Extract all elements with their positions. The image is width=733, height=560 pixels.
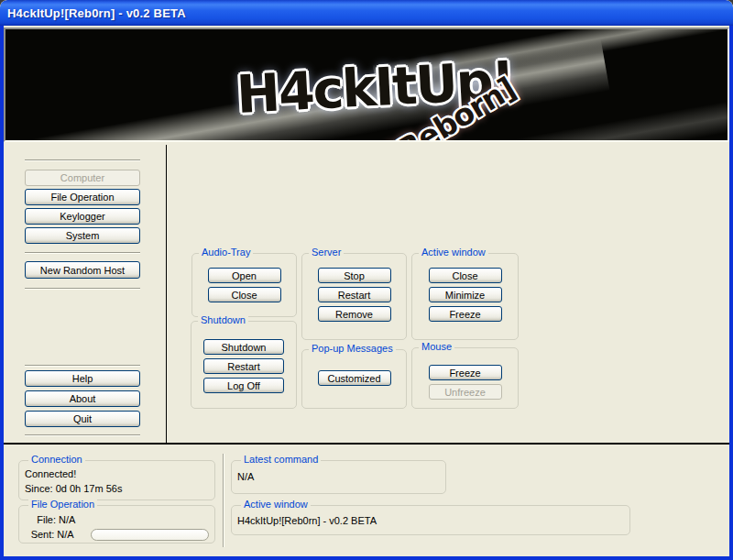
button-label: Unfreeze (444, 387, 486, 398)
button-label: Open (232, 270, 257, 281)
sidebar-button-label: New Random Host (40, 265, 125, 276)
sidebar-button-file-operation[interactable]: File Operation (25, 189, 140, 205)
button-label: Freeze (449, 368, 480, 379)
group-active-window: Active window Close Minimize Freeze (411, 253, 519, 340)
status-box-title: Active window (241, 499, 311, 510)
button-label: Shutdown (222, 342, 267, 353)
quit-button[interactable]: Quit (25, 411, 140, 427)
status-box-title: Connection (28, 454, 85, 465)
group-title: Audio-Tray (199, 247, 253, 258)
shutdown-logoff-button[interactable]: Log Off (203, 378, 284, 393)
popup-customized-button[interactable]: Customized (318, 370, 391, 386)
group-mouse: Mouse Freeze Unfreeze (411, 347, 519, 409)
latest-command-box: Latest command N/A (231, 460, 446, 494)
file-operation-status-box: File Operation File: N/A Sent: N/A (18, 505, 215, 544)
about-button[interactable]: About (25, 390, 140, 407)
sidebar-button-label: Keylogger (60, 211, 105, 222)
connection-since-text: Since: 0d 0h 17m 56s (25, 481, 209, 496)
sidebar-button-label: Quit (73, 413, 92, 424)
sidebar-button-label: Help (72, 373, 93, 384)
button-label: Stop (344, 270, 365, 281)
sidebar-divider (25, 434, 140, 436)
group-title: Server (309, 247, 344, 258)
active-window-freeze-button[interactable]: Freeze (429, 306, 502, 322)
button-label: Log Off (227, 380, 260, 391)
sidebar-divider (25, 288, 140, 290)
sent-value: N/A (57, 527, 73, 542)
group-audio-tray: Audio-Tray Open Close (191, 253, 297, 317)
button-label: Close (231, 290, 257, 301)
shutdown-restart-button[interactable]: Restart (203, 358, 284, 374)
window-frame: H4ckItUp! [Reborn] Computer File Operati… (0, 26, 733, 560)
status-vertical-divider (223, 454, 224, 547)
status-bar: Connection Connected! Since: 0d 0h 17m 5… (4, 445, 729, 556)
sidebar-button-system[interactable]: System (25, 227, 140, 244)
server-remove-button[interactable]: Remove (318, 306, 391, 322)
active-window-value: H4ckItUp![Reb0rn] - v0.2 BETA (237, 513, 624, 528)
button-label: Restart (227, 361, 259, 372)
sidebar-divider (25, 159, 140, 161)
active-window-close-button[interactable]: Close (429, 268, 502, 283)
sidebar-button-label: About (70, 393, 96, 404)
help-button[interactable]: Help (25, 370, 140, 387)
group-title: Active window (419, 247, 488, 258)
button-label: Close (452, 270, 477, 281)
shutdown-shutdown-button[interactable]: Shutdown (203, 339, 284, 355)
file-label: File: (25, 512, 56, 527)
app-window: H4ckItUp![Reb0rn] - v0.2 BETA H4ckItUp! … (0, 0, 733, 560)
file-value: N/A (59, 512, 75, 527)
title-bar[interactable]: H4ckItUp![Reb0rn] - v0.2 BETA (0, 0, 733, 26)
latest-command-value: N/A (237, 469, 440, 484)
button-label: Minimize (445, 290, 485, 301)
button-label: Restart (338, 290, 370, 301)
window-title: H4ckItUp![Reb0rn] - v0.2 BETA (7, 6, 186, 20)
sidebar-button-label: Computer (60, 172, 104, 183)
connection-status-box: Connection Connected! Since: 0d 0h 17m 5… (18, 460, 215, 500)
group-shutdown: Shutdown Shutdown Restart Log Off (191, 321, 297, 409)
sidebar-divider (25, 252, 140, 254)
sent-label: Sent: (25, 527, 54, 542)
control-panel: Audio-Tray Open Close Shutdown (168, 145, 729, 443)
audio-tray-open-button[interactable]: Open (208, 268, 281, 283)
sidebar-divider (25, 365, 140, 367)
group-title: Shutdown (198, 314, 248, 325)
button-label: Remove (335, 309, 373, 320)
active-window-status-box: Active window H4ckItUp![Reb0rn] - v0.2 B… (231, 505, 630, 535)
mouse-freeze-button[interactable]: Freeze (429, 365, 502, 380)
group-title: Pop-up Messages (309, 343, 396, 354)
file-progress-bar (91, 529, 209, 541)
banner-image: H4ckItUp! [Reborn] (4, 27, 729, 142)
group-popup-messages: Pop-up Messages Customized (301, 349, 407, 409)
sidebar-button-label: System (66, 230, 100, 241)
group-title: Mouse (419, 341, 454, 352)
sidebar: Computer File Operation Keylogger System… (4, 145, 167, 443)
button-label: Freeze (449, 309, 480, 320)
button-label: Customized (327, 373, 380, 384)
audio-tray-close-button[interactable]: Close (208, 287, 281, 302)
connection-state-text: Connected! (25, 467, 209, 481)
sidebar-button-keylogger[interactable]: Keylogger (25, 208, 140, 225)
mouse-unfreeze-button: Unfreeze (429, 384, 502, 400)
main-row: Computer File Operation Keylogger System… (4, 145, 729, 443)
status-box-title: File Operation (28, 499, 97, 510)
sidebar-button-computer: Computer (25, 170, 140, 186)
status-box-title: Latest command (241, 454, 321, 465)
sidebar-button-label: File Operation (50, 192, 114, 203)
server-stop-button[interactable]: Stop (318, 268, 391, 283)
new-random-host-button[interactable]: New Random Host (25, 261, 140, 279)
server-restart-button[interactable]: Restart (318, 287, 391, 302)
active-window-minimize-button[interactable]: Minimize (429, 287, 502, 302)
group-server: Server Stop Restart Remove (301, 253, 407, 340)
